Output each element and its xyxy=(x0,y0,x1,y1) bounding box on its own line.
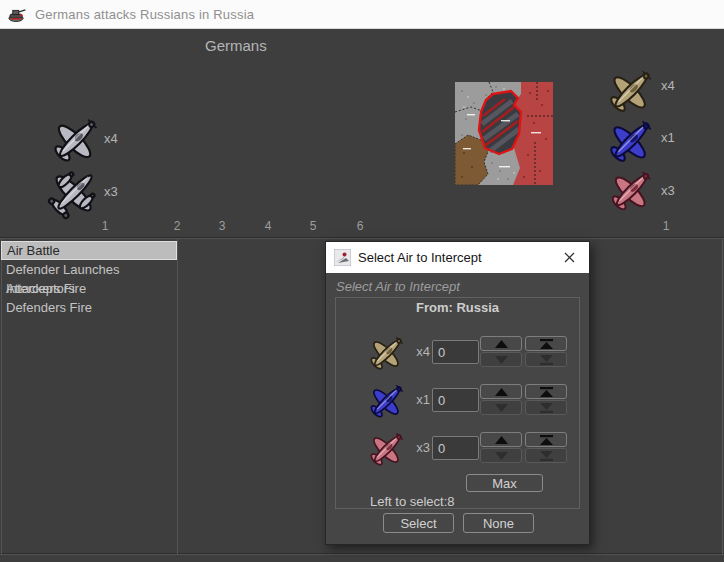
dice-column-label: 3 xyxy=(219,219,226,233)
step-defenders-fire[interactable]: Defenders Fire xyxy=(1,298,177,317)
grid-line-middle xyxy=(177,239,178,554)
close-icon[interactable] xyxy=(555,242,583,273)
battle-window: Germans attacks Russians in Russia Germa… xyxy=(0,0,724,562)
select-air-to-intercept-dialog: Select Air to Intercept Select Air to In… xyxy=(325,241,590,545)
dice-column-label: 6 xyxy=(357,219,364,233)
defender-dice-column-label: 1 xyxy=(663,219,670,233)
up-arrow-icon[interactable] xyxy=(480,336,522,351)
russian-fighter-red-count: x3 xyxy=(661,183,675,198)
intercept-count-input[interactable] xyxy=(432,388,479,412)
russia-map-thumbnail xyxy=(455,82,553,185)
german-bomber-count: x3 xyxy=(104,184,118,199)
count-spinner xyxy=(480,384,567,415)
grid-separator-bottom xyxy=(0,553,724,555)
down-arrow-icon[interactable] xyxy=(480,448,522,463)
russian-fighter-red-icon xyxy=(604,163,659,218)
intercept-row-red-fighter: x3 xyxy=(326,425,589,471)
left-to-select-label: Left to select:8 xyxy=(370,494,455,509)
russian-fighter-tan-count: x4 xyxy=(661,78,675,93)
none-button[interactable]: None xyxy=(463,513,534,533)
from-territory-label: From: Russia xyxy=(335,300,580,315)
german-fighter-count: x4 xyxy=(104,131,118,146)
dialog-titlebar[interactable]: Select Air to Intercept xyxy=(326,242,589,273)
max-button[interactable]: Max xyxy=(466,474,543,492)
up-arrow-max-icon[interactable] xyxy=(525,432,567,447)
triplea-tank-icon xyxy=(7,6,26,23)
german-bomber-icon xyxy=(43,160,107,224)
dice-column-label: 4 xyxy=(265,219,272,233)
step-defender-launches-interceptors[interactable]: Defender Launches Interceptors xyxy=(1,260,177,279)
unit-count-label: x3 xyxy=(404,440,430,455)
down-arrow-icon[interactable] xyxy=(480,352,522,367)
count-spinner xyxy=(480,336,567,367)
grid-separator-top xyxy=(0,237,724,239)
intercept-row-blue-fighter: x1 xyxy=(326,377,589,423)
unit-count-label: x1 xyxy=(404,392,430,407)
select-button[interactable]: Select xyxy=(383,513,454,533)
dice-column-label: 2 xyxy=(174,219,181,233)
dice-column-label: 1 xyxy=(102,219,109,233)
russian-fighter-blue-icon xyxy=(602,112,660,170)
step-attackers-fire[interactable]: Attackers Fire xyxy=(1,279,177,298)
dialog-subtitle: Select Air to Intercept xyxy=(336,279,460,294)
window-title: Germans attacks Russians in Russia xyxy=(35,7,254,22)
window-titlebar: Germans attacks Russians in Russia xyxy=(0,0,724,29)
up-arrow-icon[interactable] xyxy=(480,432,522,447)
step-air-battle[interactable]: Air Battle xyxy=(1,241,177,260)
dice-column-label: 5 xyxy=(310,219,317,233)
down-arrow-min-icon[interactable] xyxy=(525,400,567,415)
intercept-count-input[interactable] xyxy=(432,436,479,460)
intercept-count-input[interactable] xyxy=(432,340,479,364)
down-arrow-min-icon[interactable] xyxy=(525,352,567,367)
count-spinner xyxy=(480,432,567,463)
down-arrow-min-icon[interactable] xyxy=(525,448,567,463)
down-arrow-icon[interactable] xyxy=(480,400,522,415)
up-arrow-max-icon[interactable] xyxy=(525,336,567,351)
intercept-row-tan-fighter: x4 xyxy=(326,329,589,375)
dialog-title: Select Air to Intercept xyxy=(358,250,482,265)
russian-fighter-blue-count: x1 xyxy=(661,130,675,145)
unit-count-label: x4 xyxy=(404,344,430,359)
grid-line-right xyxy=(722,239,723,554)
up-arrow-icon[interactable] xyxy=(480,384,522,399)
fighter-plane-icon xyxy=(334,249,351,266)
attacker-name-label: Germans xyxy=(205,37,267,54)
battle-steps-list: Air Battle Defender Launches Interceptor… xyxy=(1,241,177,317)
up-arrow-max-icon[interactable] xyxy=(525,384,567,399)
